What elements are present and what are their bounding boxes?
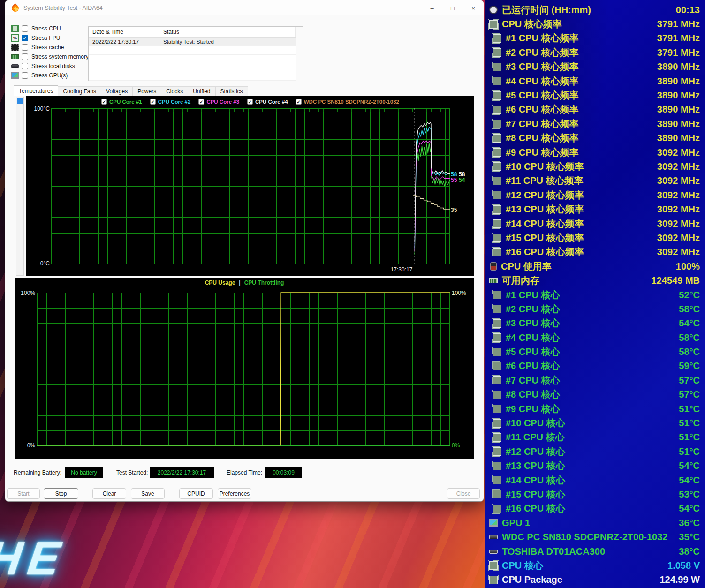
sensor-label: #13 CPU 核心频率 bbox=[506, 203, 584, 216]
maximize-button[interactable]: □ bbox=[442, 0, 463, 15]
sensor-row-15-cpu: #15 CPU 核心频率3092 MHz bbox=[489, 231, 700, 245]
sensor-label: #2 CPU 核心频率 bbox=[506, 46, 579, 59]
sensor-label: #11 CPU 核心 bbox=[506, 431, 565, 444]
sensor-label: 可用内存 bbox=[502, 274, 539, 287]
sensor-label: #10 CPU 核心频率 bbox=[506, 160, 584, 173]
sensor-row-7-cpu: #7 CPU 核心57°C bbox=[489, 373, 700, 387]
battery-value: No battery bbox=[65, 467, 103, 478]
tab-unified[interactable]: Unified bbox=[188, 86, 215, 96]
legend-wdc-pc-sn810-sdcpnrz-2t00-1032: ✓WDC PC SN810 SDCPNRZ-2T00-1032 bbox=[296, 99, 399, 105]
legend-checkbox-cpu-core-1[interactable]: ✓ bbox=[101, 99, 107, 105]
sensor-label: #1 CPU 核心频率 bbox=[506, 32, 579, 45]
clear-button[interactable]: Clear bbox=[92, 488, 126, 499]
legend-checkbox-cpu-core-2[interactable]: ✓ bbox=[150, 99, 156, 105]
stress-option-label: Stress GPU(s) bbox=[31, 72, 68, 79]
close-button[interactable]: Close bbox=[447, 488, 480, 499]
sensor-label: TOSHIBA DT01ACA300 bbox=[502, 546, 605, 557]
column-header-datetime[interactable]: Date & Time bbox=[89, 27, 159, 37]
sensor-row-7-cpu: #7 CPU 核心频率3890 MHz bbox=[489, 117, 700, 131]
sensor-value: 3791 MHz bbox=[657, 33, 700, 44]
sensor-label: #10 CPU 核心 bbox=[506, 417, 565, 430]
chip-icon bbox=[493, 177, 501, 185]
sensor-label: #3 CPU 核心频率 bbox=[506, 60, 579, 73]
chip-icon bbox=[493, 106, 501, 114]
chip-icon bbox=[493, 234, 501, 242]
sensor-value: 3890 MHz bbox=[657, 61, 700, 72]
sensor-label: #1 CPU 核心 bbox=[506, 289, 560, 302]
scrollbar-thumb[interactable] bbox=[17, 98, 23, 104]
sensor-value: 124549 MB bbox=[652, 275, 700, 286]
legend-label: CPU Core #2 bbox=[158, 99, 191, 105]
sensor-value: 00:13 bbox=[676, 5, 700, 15]
tab-cooling-fans[interactable]: Cooling Fans bbox=[58, 86, 101, 96]
event-log-header: Date & Time Status bbox=[89, 27, 296, 38]
usage-series-plot bbox=[37, 293, 450, 446]
chip-icon bbox=[493, 291, 501, 299]
tab-temperatures[interactable]: Temperatures bbox=[14, 85, 58, 96]
chip-icon bbox=[493, 391, 501, 399]
clock-icon bbox=[489, 6, 498, 14]
usage-chart-grid bbox=[37, 293, 450, 446]
sensor-label: #5 CPU 核心频率 bbox=[506, 89, 579, 102]
legend-checkbox-cpu-core-4[interactable]: ✓ bbox=[247, 99, 253, 105]
chip-icon bbox=[493, 148, 501, 157]
sensor-row-11-cpu: #11 CPU 核心51°C bbox=[489, 430, 700, 445]
checkbox-stress-fpu[interactable]: ✓ bbox=[22, 35, 28, 41]
chip-icon bbox=[493, 162, 501, 171]
checkbox-stress-gpu-s[interactable] bbox=[22, 72, 28, 79]
checkbox-stress-cpu[interactable] bbox=[22, 25, 28, 32]
sensor-value: 59°C bbox=[679, 361, 700, 371]
tab-powers[interactable]: Powers bbox=[133, 86, 161, 96]
usage-chart-title: CPU Usage | CPU Throttling bbox=[15, 279, 474, 286]
minimize-button[interactable]: – bbox=[422, 0, 442, 15]
sensor-value: 52°C bbox=[679, 290, 700, 301]
log-table-scrollbar[interactable] bbox=[296, 27, 303, 81]
sensor-value: 38°C bbox=[679, 546, 700, 557]
sensor-value: 3890 MHz bbox=[657, 133, 700, 143]
temperature-chart-legend: ✓CPU Core #1✓CPU Core #2✓CPU Core #3✓CPU… bbox=[26, 99, 474, 105]
sensor-label: #14 CPU 核心频率 bbox=[506, 218, 584, 230]
close-window-button[interactable]: × bbox=[463, 0, 484, 15]
window-title: System Stability Test - AIDA64 bbox=[23, 5, 103, 11]
stress-option-stress-gpu-s: Stress GPU(s) bbox=[11, 71, 89, 80]
preferences-button[interactable]: Preferences bbox=[218, 488, 251, 499]
sensor-row-12-cpu: #12 CPU 核心51°C bbox=[489, 445, 700, 459]
checkbox-stress-cache[interactable] bbox=[22, 44, 28, 51]
sensor-row-hh-mm: 已运行时间 (HH:mm)00:13 bbox=[489, 3, 700, 17]
log-empty-row bbox=[89, 55, 296, 63]
save-button[interactable]: Save bbox=[131, 488, 165, 499]
sensor-value: 51°C bbox=[679, 418, 700, 429]
tab-voltages[interactable]: Voltages bbox=[101, 86, 133, 96]
sensor-row-6-cpu: #6 CPU 核心频率3890 MHz bbox=[489, 103, 700, 117]
checkbox-stress-system-memory[interactable] bbox=[22, 53, 28, 60]
column-header-status[interactable]: Status bbox=[159, 27, 296, 37]
sensor-value: 54°C bbox=[679, 503, 700, 514]
cpuid-button[interactable]: CPUID bbox=[179, 488, 213, 499]
legend-label: WDC PC SN810 SDCPNRZ-2T00-1032 bbox=[304, 99, 399, 105]
legend-checkbox-cpu-core-3[interactable]: ✓ bbox=[198, 99, 204, 105]
usage-right-min-label: 0% bbox=[452, 442, 460, 449]
sensor-label: #15 CPU 核心频率 bbox=[506, 232, 584, 244]
sensor-value: 3890 MHz bbox=[657, 90, 700, 101]
legend-cpu-core-1: ✓CPU Core #1 bbox=[101, 99, 142, 105]
sensor-row-14-cpu: #14 CPU 核心频率3092 MHz bbox=[489, 217, 700, 231]
stress-option-stress-cpu: Stress CPU bbox=[11, 24, 89, 33]
sensor-value: 3890 MHz bbox=[657, 119, 700, 129]
aida64-flame-icon bbox=[10, 3, 20, 13]
cpu-usage-title: CPU Usage bbox=[205, 279, 235, 286]
chart-vertical-scrollbar[interactable] bbox=[16, 97, 24, 276]
sensor-value: 3092 MHz bbox=[657, 219, 700, 229]
legend-checkbox-wdc-pc-sn810-sdcpnrz-2t00-1032[interactable]: ✓ bbox=[296, 99, 302, 105]
checkbox-stress-local-disks[interactable] bbox=[22, 63, 28, 69]
chip-icon bbox=[493, 362, 501, 370]
usage-axis-min-label: 0% bbox=[16, 442, 35, 449]
sensor-label: #11 CPU 核心频率 bbox=[506, 174, 584, 187]
tab-statistics[interactable]: Statistics bbox=[216, 86, 248, 96]
start-button[interactable]: Start bbox=[7, 488, 40, 499]
tab-clocks[interactable]: Clocks bbox=[161, 86, 188, 96]
chip-icon bbox=[489, 20, 498, 29]
log-row[interactable]: 2022/2/22 17:30:17 Stability Test: Start… bbox=[89, 38, 296, 46]
stop-button[interactable]: Stop bbox=[44, 488, 78, 499]
sensor-value: 3791 MHz bbox=[657, 19, 700, 30]
sensor-row-13-cpu: #13 CPU 核心频率3092 MHz bbox=[489, 202, 700, 216]
